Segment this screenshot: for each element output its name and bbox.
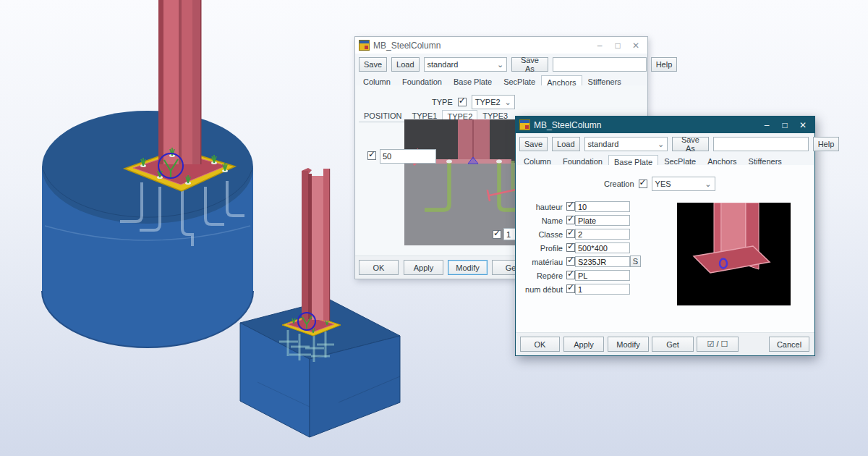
material-select-button[interactable]: S	[630, 256, 641, 267]
dialog-footer: OK Apply Modify Get ☑ / ☐ Cancel	[516, 332, 814, 355]
offset-checkbox[interactable]: ✓	[367, 151, 376, 160]
creation-combobox[interactable]: YES ⌄	[652, 177, 715, 191]
num-debut-input[interactable]	[575, 284, 630, 295]
steel-column-secondary	[302, 168, 330, 321]
name-input[interactable]	[575, 215, 630, 226]
preset-name-input[interactable]	[553, 57, 647, 72]
preset-combobox[interactable]: standard ⌄	[424, 57, 508, 72]
classe-input[interactable]	[575, 229, 630, 240]
corner-checkbox[interactable]: ✓	[493, 230, 501, 239]
field-checkbox[interactable]: ✓	[566, 216, 575, 224]
titlebar[interactable]: MB_SteelColumn – □ ✕	[516, 117, 814, 133]
modify-button[interactable]: Modify	[448, 260, 488, 275]
chevron-down-icon: ⌄	[497, 61, 503, 68]
repere-input[interactable]	[575, 270, 630, 281]
field-checkbox[interactable]: ✓	[566, 257, 575, 266]
field-label: num début	[516, 285, 563, 294]
close-button[interactable]: ✕	[795, 118, 811, 132]
field-checkbox[interactable]: ✓	[566, 271, 575, 279]
field-checkbox[interactable]: ✓	[566, 284, 575, 293]
apply-button[interactable]: Apply	[404, 260, 443, 275]
window-title: MB_SteelColumn	[373, 41, 441, 51]
toggle-all-checkboxes-button[interactable]: ☑ / ☐	[697, 337, 739, 352]
minimize-button[interactable]: –	[592, 38, 608, 53]
offset-input[interactable]	[380, 149, 436, 164]
save-as-button[interactable]: Save As	[672, 137, 708, 151]
save-as-button[interactable]: Save As	[511, 57, 548, 72]
save-button[interactable]: Save	[519, 137, 548, 151]
help-button[interactable]: Help	[651, 57, 678, 72]
maximize-button[interactable]: □	[610, 38, 626, 53]
ok-button[interactable]: OK	[359, 260, 399, 275]
chevron-down-icon: ⌄	[658, 140, 664, 148]
load-button[interactable]: Load	[552, 137, 579, 151]
ok-button[interactable]: OK	[520, 337, 560, 352]
steel-column-main	[158, 0, 202, 164]
maximize-button[interactable]: □	[777, 118, 793, 132]
titlebar[interactable]: MB_SteelColumn – □ ✕	[355, 37, 647, 54]
load-button[interactable]: Load	[391, 57, 419, 72]
base-plate-tab-panel: Creation ✓ YES ⌄ hauteur ✓ Name ✓ Classe…	[516, 165, 814, 332]
type-combobox[interactable]: TYPE2 ⌄	[472, 95, 515, 109]
type-label: TYPE	[432, 98, 453, 106]
field-label: Repére	[516, 271, 563, 280]
field-checkbox[interactable]: ✓	[566, 229, 575, 238]
help-button[interactable]: Help	[813, 137, 840, 151]
app-icon	[519, 119, 530, 130]
close-button[interactable]: ✕	[628, 38, 644, 53]
chevron-down-icon: ⌄	[705, 180, 711, 187]
creation-label: Creation	[604, 180, 634, 188]
profile-input[interactable]	[575, 242, 630, 253]
field-checkbox[interactable]: ✓	[566, 243, 575, 252]
base-plate-preview-image	[677, 203, 791, 305]
window-title: MB_SteelColumn	[534, 120, 601, 130]
apply-button[interactable]: Apply	[563, 337, 604, 352]
app-window: { "icons": { "minimize": "–", "maximize"…	[0, 0, 868, 456]
type-checkbox[interactable]: ✓	[458, 98, 467, 106]
app-icon	[359, 40, 370, 51]
preset-combobox[interactable]: standard ⌄	[584, 137, 668, 151]
materiau-input[interactable]	[575, 256, 630, 267]
field-label: Classe	[516, 230, 563, 239]
get-button[interactable]: Get	[652, 337, 694, 352]
field-label: matériau	[516, 258, 563, 266]
modify-button[interactable]: Modify	[608, 337, 649, 352]
preset-name-input[interactable]	[713, 137, 809, 151]
save-button[interactable]: Save	[359, 57, 387, 72]
chevron-down-icon: ⌄	[505, 98, 511, 106]
dialog-steelcolumn-baseplate: MB_SteelColumn – □ ✕ Save Load standard …	[515, 116, 815, 356]
cancel-button[interactable]: Cancel	[769, 337, 809, 352]
creation-checkbox[interactable]: ✓	[639, 180, 647, 188]
field-checkbox[interactable]: ✓	[566, 202, 575, 211]
hauteur-input[interactable]	[575, 201, 630, 212]
field-label: Profile	[516, 244, 563, 253]
field-label: hauteur	[516, 203, 563, 211]
minimize-button[interactable]: –	[759, 118, 775, 132]
field-label: Name	[516, 216, 563, 225]
subtab-position[interactable]: POSITION	[359, 109, 407, 122]
